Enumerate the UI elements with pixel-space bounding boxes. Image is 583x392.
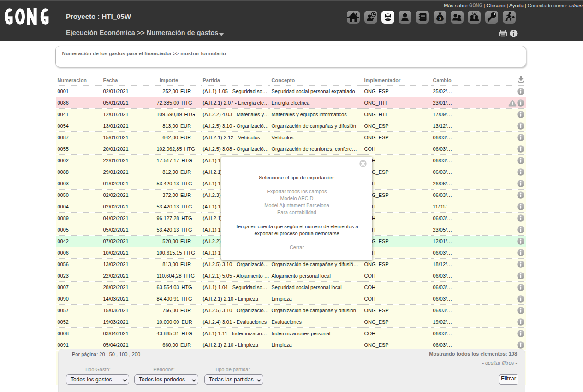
svg-text:$: $ (439, 16, 441, 21)
